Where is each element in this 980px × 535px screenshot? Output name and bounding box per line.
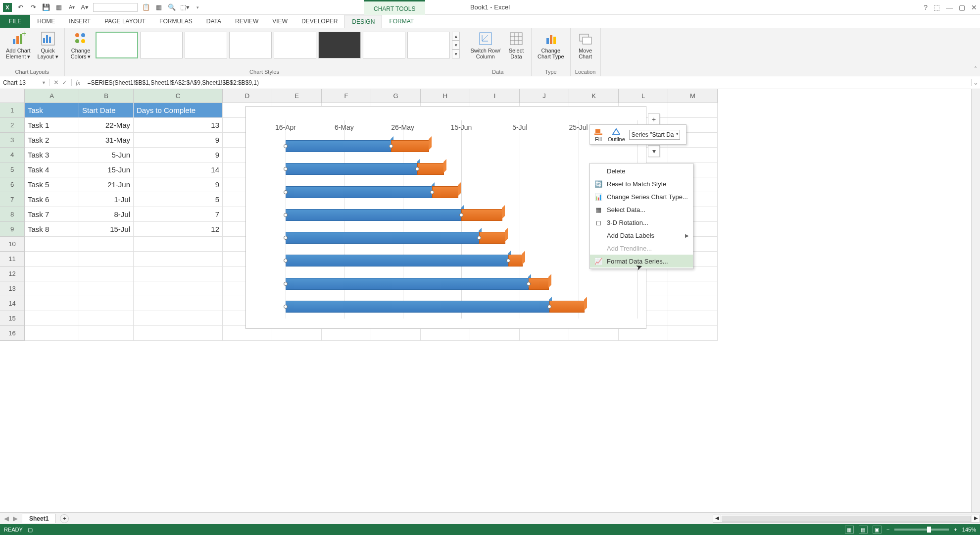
view-page-layout-button[interactable]: ▤	[859, 526, 868, 534]
cell-B4[interactable]: 5-Jun	[79, 148, 134, 162]
series-selector-dropdown[interactable]: Series "Start Da	[629, 130, 681, 140]
cell-A8[interactable]: Task 7	[25, 207, 79, 222]
maximize-button[interactable]: ▢	[959, 3, 965, 11]
tab-format[interactable]: FORMAT	[382, 15, 421, 28]
column-header-K[interactable]: K	[569, 89, 619, 103]
tab-insert[interactable]: INSERT	[62, 15, 98, 28]
bar-series-start-date[interactable]	[286, 209, 461, 221]
column-header-M[interactable]: M	[668, 89, 718, 103]
ctx-select-data[interactable]: ▦Select Data...	[590, 203, 693, 216]
bar-series-start-date[interactable]	[286, 140, 391, 152]
sheet-tab-sheet1[interactable]: Sheet1	[22, 514, 56, 523]
cell-B11[interactable]	[79, 252, 134, 267]
qat-btn-1[interactable]: 📋	[142, 3, 150, 12]
cell-B10[interactable]	[79, 237, 134, 252]
cell-C14[interactable]	[134, 296, 223, 311]
move-chart-button[interactable]: Move Chart	[575, 30, 596, 60]
row-header-6[interactable]: 6	[0, 177, 25, 192]
column-header-B[interactable]: B	[79, 89, 134, 103]
save-button[interactable]: 💾	[42, 3, 50, 12]
ctx-reset-match-style[interactable]: 🔄Reset to Match Style	[590, 177, 693, 190]
bar-series-days[interactable]	[432, 186, 458, 198]
column-header-D[interactable]: D	[223, 89, 272, 103]
bar-series-days[interactable]	[479, 232, 505, 244]
qat-btn-4[interactable]: ⬚▾	[180, 3, 189, 12]
change-chart-type-button[interactable]: Change Chart Type	[536, 30, 566, 60]
tab-design[interactable]: DESIGN	[344, 15, 382, 28]
cell-C3[interactable]: 9	[134, 133, 223, 148]
row-header-3[interactable]: 3	[0, 133, 25, 148]
font-inc-button[interactable]: A▾	[80, 3, 89, 12]
cancel-formula-button[interactable]: ✕	[53, 79, 59, 86]
tab-view[interactable]: VIEW	[265, 15, 294, 28]
row-header-12[interactable]: 12	[0, 267, 25, 281]
select-all-button[interactable]	[0, 89, 25, 103]
add-sheet-button[interactable]: +	[60, 514, 69, 523]
tab-formulas[interactable]: FORMULAS	[152, 15, 199, 28]
cell-M13[interactable]	[668, 281, 718, 296]
column-header-J[interactable]: J	[520, 89, 569, 103]
cell-A1[interactable]: Task	[25, 103, 79, 118]
chart-elements-button[interactable]: +	[648, 113, 660, 125]
row-header-11[interactable]: 11	[0, 252, 25, 267]
ribbon-display-button[interactable]: ⬚	[933, 3, 940, 11]
cell-B6[interactable]: 21-Jun	[79, 177, 134, 192]
row-header-14[interactable]: 14	[0, 296, 25, 311]
chart-style-2[interactable]	[140, 32, 183, 58]
row-header-9[interactable]: 9	[0, 222, 25, 237]
tab-data[interactable]: DATA	[199, 15, 228, 28]
zoom-level[interactable]: 145%	[962, 527, 976, 533]
ctx-add-data-labels[interactable]: Add Data Labels▶	[590, 229, 693, 242]
chart-plot-area[interactable]: 16-Apr6-May26-May15-Jun5-Jul25-Jul14-Aug…	[286, 120, 636, 319]
bar-series-start-date[interactable]	[286, 255, 508, 267]
styles-more[interactable]: ▾	[452, 50, 460, 58]
tab-home[interactable]: HOME	[30, 15, 62, 28]
cell-A14[interactable]	[25, 296, 79, 311]
cell-B8[interactable]: 8-Jul	[79, 207, 134, 222]
tab-page-layout[interactable]: PAGE LAYOUT	[98, 15, 152, 28]
row-header-4[interactable]: 4	[0, 148, 25, 162]
cell-M14[interactable]	[668, 296, 718, 311]
cell-A13[interactable]	[25, 281, 79, 296]
chart-style-6[interactable]	[318, 32, 361, 58]
cell-C6[interactable]: 9	[134, 177, 223, 192]
cell-C4[interactable]: 9	[134, 148, 223, 162]
cell-B12[interactable]	[79, 267, 134, 281]
cell-B3[interactable]: 31-May	[79, 133, 134, 148]
cell-C11[interactable]	[134, 252, 223, 267]
column-header-F[interactable]: F	[322, 89, 371, 103]
collapse-ribbon-button[interactable]: ˄	[971, 63, 980, 76]
cell-B5[interactable]: 15-Jun	[79, 162, 134, 177]
chart-object[interactable]: 16-Apr6-May26-May15-Jun5-Jul25-Jul14-Aug…	[245, 106, 646, 329]
row-header-8[interactable]: 8	[0, 207, 25, 222]
bar-series-start-date[interactable]	[286, 301, 549, 313]
chart-style-5[interactable]	[274, 32, 316, 58]
expand-formula-bar-button[interactable]: ⌄	[971, 79, 980, 86]
row-header-1[interactable]: 1	[0, 103, 25, 118]
mini-fill-button[interactable]: Fill	[593, 127, 604, 142]
row-header-16[interactable]: 16	[0, 326, 25, 341]
bar-series-start-date[interactable]	[286, 232, 479, 244]
chart-style-4[interactable]	[229, 32, 272, 58]
chart-style-8[interactable]	[407, 32, 450, 58]
cell-A11[interactable]	[25, 252, 79, 267]
row-header-2[interactable]: 2	[0, 118, 25, 133]
macro-record-icon[interactable]: ▢	[28, 527, 33, 533]
cell-B16[interactable]	[79, 326, 134, 341]
cell-B9[interactable]: 15-Jul	[79, 222, 134, 237]
zoom-out-button[interactable]: −	[886, 527, 889, 533]
vertical-scrollbar[interactable]	[971, 89, 980, 512]
font-dec-button[interactable]: A▾	[67, 3, 76, 12]
cell-C9[interactable]: 12	[134, 222, 223, 237]
column-header-C[interactable]: C	[134, 89, 223, 103]
enter-formula-button[interactable]: ✓	[62, 79, 67, 86]
column-header-G[interactable]: G	[371, 89, 421, 103]
add-chart-element-button[interactable]: + Add Chart Element ▾	[4, 30, 33, 60]
zoom-slider[interactable]	[894, 529, 949, 531]
cell-A4[interactable]: Task 3	[25, 148, 79, 162]
bar-series-days[interactable]	[461, 209, 502, 221]
cell-A12[interactable]	[25, 267, 79, 281]
column-header-I[interactable]: I	[470, 89, 520, 103]
cell-B2[interactable]: 22-May	[79, 118, 134, 133]
cell-B1[interactable]: Start Date	[79, 103, 134, 118]
